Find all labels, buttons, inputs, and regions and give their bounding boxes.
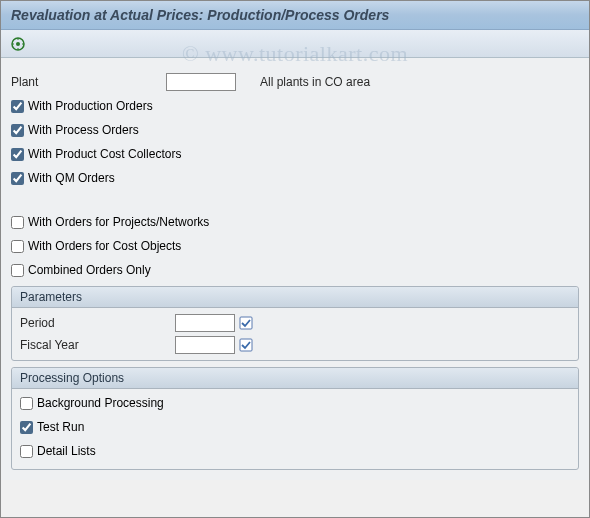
test-run-label: Test Run [37,420,84,434]
period-input[interactable] [175,314,235,332]
plant-row: Plant All plants in CO area [11,72,579,92]
page-title: Revaluation at Actual Prices: Production… [11,7,579,23]
detail-lists-checkbox[interactable] [20,445,33,458]
background-processing-row: Background Processing [20,393,570,413]
with-qm-orders-row: With QM Orders [11,168,579,188]
combined-orders-only-row: Combined Orders Only [11,260,579,280]
svg-point-1 [16,42,20,46]
combined-orders-only-checkbox[interactable] [11,264,24,277]
fiscal-year-label: Fiscal Year [20,338,175,352]
period-label: Period [20,316,175,330]
test-run-row: Test Run [20,417,570,437]
with-orders-projects-row: With Orders for Projects/Networks [11,212,579,232]
with-production-orders-label: With Production Orders [28,99,153,113]
with-qm-orders-checkbox[interactable] [11,172,24,185]
with-production-orders-row: With Production Orders [11,96,579,116]
plant-input[interactable] [166,73,236,91]
with-process-orders-label: With Process Orders [28,123,139,137]
parameters-group: Parameters Period Fiscal Year [11,286,579,361]
detail-lists-label: Detail Lists [37,444,96,458]
with-process-orders-checkbox[interactable] [11,124,24,137]
with-orders-cost-objects-label: With Orders for Cost Objects [28,239,181,253]
processing-options-group: Processing Options Background Processing… [11,367,579,470]
with-product-cost-collectors-row: With Product Cost Collectors [11,144,579,164]
fiscal-year-input[interactable] [175,336,235,354]
parameters-header: Parameters [12,287,578,308]
svg-rect-6 [240,317,252,329]
title-bar: Revaluation at Actual Prices: Production… [1,1,589,30]
with-orders-cost-objects-row: With Orders for Cost Objects [11,236,579,256]
with-orders-projects-checkbox[interactable] [11,216,24,229]
with-product-cost-collectors-label: With Product Cost Collectors [28,147,181,161]
test-run-checkbox[interactable] [20,421,33,434]
fiscal-year-row: Fiscal Year [20,334,570,356]
background-processing-label: Background Processing [37,396,164,410]
svg-rect-7 [240,339,252,351]
with-product-cost-collectors-checkbox[interactable] [11,148,24,161]
with-production-orders-checkbox[interactable] [11,100,24,113]
detail-lists-row: Detail Lists [20,441,570,461]
processing-options-header: Processing Options [12,368,578,389]
content-area: Plant All plants in CO area With Product… [1,58,589,480]
with-process-orders-row: With Process Orders [11,120,579,140]
required-icon [239,338,253,352]
plant-label: Plant [11,75,166,89]
with-orders-cost-objects-checkbox[interactable] [11,240,24,253]
toolbar [1,30,589,58]
required-icon [239,316,253,330]
combined-orders-only-label: Combined Orders Only [28,263,151,277]
period-row: Period [20,312,570,334]
plant-note: All plants in CO area [260,75,370,89]
execute-icon[interactable] [9,35,27,53]
with-qm-orders-label: With QM Orders [28,171,115,185]
with-orders-projects-label: With Orders for Projects/Networks [28,215,209,229]
background-processing-checkbox[interactable] [20,397,33,410]
